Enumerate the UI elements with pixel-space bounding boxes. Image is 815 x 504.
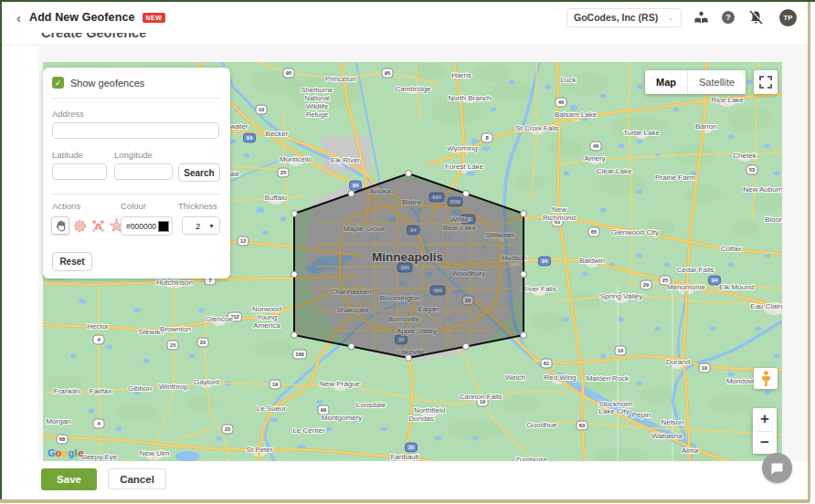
map-label: River Falls bbox=[522, 285, 556, 293]
notifications-button[interactable] bbox=[747, 9, 764, 26]
pegman-button[interactable] bbox=[754, 368, 778, 389]
fullscreen-button[interactable] bbox=[754, 70, 778, 94]
map-label: New bbox=[552, 205, 566, 214]
colour-swatch[interactable] bbox=[158, 221, 169, 232]
route-shield-number: 94 bbox=[712, 278, 718, 283]
map-label: Buffalo bbox=[265, 194, 288, 202]
fullscreen-icon bbox=[759, 76, 772, 89]
lake bbox=[765, 391, 771, 395]
map-label: Eau Claire bbox=[750, 302, 782, 310]
lake bbox=[280, 217, 287, 222]
colour-value[interactable]: #000000 bbox=[126, 222, 158, 231]
map-label: Turtle Lake bbox=[623, 129, 660, 137]
map-label: Forest Lake bbox=[445, 163, 484, 171]
lake bbox=[756, 327, 762, 331]
map-label: Winthrop bbox=[159, 383, 189, 391]
route-shield-number: 53 bbox=[749, 167, 756, 173]
forest-patch bbox=[550, 139, 583, 157]
route-shield-number: 94 bbox=[353, 183, 359, 188]
map-label: Northfield bbox=[414, 406, 445, 415]
circle-tool-icon bbox=[73, 219, 87, 233]
thickness-value: 2 bbox=[187, 221, 208, 231]
route-shield-number: 46 bbox=[558, 100, 565, 105]
lake bbox=[89, 409, 95, 414]
map-label: Spring Valley bbox=[600, 292, 643, 300]
satellite-button[interactable]: Satellite bbox=[688, 70, 746, 94]
caret-down-icon: ▼ bbox=[208, 223, 215, 229]
geofence-vertex-handle[interactable] bbox=[291, 332, 298, 339]
geofence-polygon[interactable] bbox=[294, 173, 524, 358]
geofence-vertex-handle[interactable] bbox=[291, 211, 298, 217]
lake bbox=[509, 80, 515, 85]
geofence-vertex-handle[interactable] bbox=[521, 211, 527, 217]
route-shield-number: 94 bbox=[542, 258, 548, 264]
training-icon bbox=[693, 11, 709, 25]
lake bbox=[262, 231, 269, 236]
lake bbox=[229, 140, 237, 144]
chat-bubble-button[interactable] bbox=[762, 453, 792, 483]
pan-tool-button[interactable] bbox=[51, 216, 69, 235]
geofence-midpoint-handle[interactable] bbox=[463, 191, 470, 197]
organization-selector[interactable]: GoCodes, Inc (RS) ⌄ bbox=[566, 8, 682, 27]
notifications-off-icon bbox=[748, 10, 764, 25]
route-shield-number: 10 bbox=[702, 365, 707, 371]
geofence-vertex-handle[interactable] bbox=[521, 332, 527, 339]
map-label: Mondovi bbox=[726, 377, 754, 385]
zoom-in-button[interactable]: + bbox=[753, 408, 777, 431]
route-shield-number: 99 bbox=[321, 407, 327, 413]
lake bbox=[600, 354, 607, 359]
address-input[interactable] bbox=[52, 122, 219, 139]
back-button[interactable]: ‹ bbox=[16, 11, 21, 25]
latitude-input[interactable] bbox=[52, 163, 107, 180]
map-label: Dundas bbox=[408, 415, 434, 423]
google-logo: g bbox=[69, 447, 75, 458]
lake bbox=[637, 140, 643, 144]
map-label: North Branch bbox=[448, 94, 491, 102]
map-label: New Ulm bbox=[140, 449, 170, 457]
search-button[interactable]: Search bbox=[178, 163, 220, 182]
route-shield-number: 95 bbox=[385, 70, 391, 76]
map-label: Barron bbox=[695, 122, 717, 131]
map-label: Norwood bbox=[252, 305, 281, 313]
geofence-vertex-handle[interactable] bbox=[406, 171, 412, 177]
lake bbox=[257, 207, 264, 214]
map-label: Richmond bbox=[543, 214, 576, 222]
geofence-midpoint-handle[interactable] bbox=[521, 271, 527, 278]
map-label: Princeton bbox=[325, 75, 356, 83]
save-button[interactable]: Save bbox=[41, 468, 97, 490]
draw-circle-button[interactable] bbox=[72, 218, 88, 234]
lake bbox=[637, 382, 643, 386]
lake bbox=[774, 172, 780, 176]
thickness-label: Thickness bbox=[178, 201, 217, 211]
longitude-input[interactable] bbox=[114, 163, 173, 180]
thickness-select[interactable]: 2 ▼ bbox=[182, 216, 220, 235]
geofence-midpoint-handle[interactable] bbox=[463, 343, 470, 350]
geofence-midpoint-handle[interactable] bbox=[348, 191, 355, 197]
colour-field: #000000 bbox=[121, 216, 173, 236]
zoom-out-button[interactable]: − bbox=[753, 432, 777, 455]
map-label: Baldwin bbox=[579, 257, 605, 265]
forest-patch bbox=[530, 313, 566, 330]
geofence-midpoint-handle[interactable] bbox=[291, 271, 298, 278]
show-geofences-checkbox[interactable]: ✓ bbox=[52, 77, 64, 89]
draw-rectangle-button[interactable] bbox=[90, 218, 106, 234]
geofence-midpoint-handle[interactable] bbox=[348, 343, 355, 350]
map-label: Colfax bbox=[721, 245, 742, 253]
latitude-label: Latitude bbox=[52, 150, 83, 160]
help-button[interactable]: ? bbox=[720, 9, 736, 26]
window-border-left bbox=[0, 0, 2, 501]
lake bbox=[765, 144, 771, 149]
reset-button[interactable]: Reset bbox=[52, 252, 92, 271]
training-button[interactable] bbox=[693, 9, 709, 26]
forest-patch bbox=[640, 386, 676, 403]
map-label: Hector bbox=[87, 322, 109, 331]
lake bbox=[70, 354, 77, 359]
map-label: Montgomery bbox=[322, 414, 362, 422]
cancel-button[interactable]: Cancel bbox=[108, 468, 166, 489]
google-logo: e bbox=[79, 447, 84, 458]
map-button[interactable]: Map bbox=[645, 70, 688, 94]
lake bbox=[244, 153, 250, 158]
forest-patch bbox=[475, 64, 512, 82]
geofence-vertex-handle[interactable] bbox=[406, 355, 412, 362]
avatar[interactable]: TP bbox=[779, 9, 797, 26]
